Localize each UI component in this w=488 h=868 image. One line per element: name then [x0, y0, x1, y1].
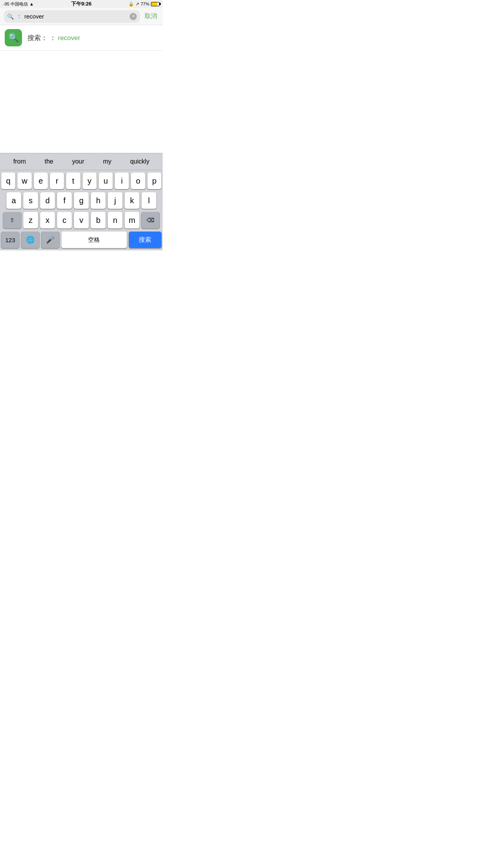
word-suggestion-my[interactable]: my — [99, 156, 115, 167]
search-icon: 🔍 — [7, 13, 14, 20]
key-h[interactable]: h — [91, 192, 106, 209]
search-bar: 🔍 ： ✕ 取消 — [0, 8, 163, 25]
keyboard-row-1: q w e r t y u i o p — [1, 173, 161, 189]
suggestion-prefix: 搜索： — [28, 34, 48, 42]
search-input-wrapper[interactable]: 🔍 ： ✕ — [4, 10, 140, 23]
space-key[interactable]: 空格 — [61, 232, 127, 248]
shift-key[interactable]: ⇧ — [3, 212, 21, 228]
word-suggestion-your[interactable]: your — [68, 156, 88, 167]
key-e[interactable]: e — [34, 173, 48, 189]
key-c[interactable]: c — [57, 212, 72, 228]
key-o[interactable]: o — [131, 173, 145, 189]
keyboard-row-2: a s d f g h j k l — [1, 192, 161, 209]
key-n[interactable]: n — [108, 212, 123, 228]
key-p[interactable]: p — [147, 173, 161, 189]
key-v[interactable]: v — [74, 212, 89, 228]
suggestion-keyword: recover — [58, 34, 80, 42]
key-k[interactable]: k — [125, 192, 139, 209]
key-b[interactable]: b — [91, 212, 106, 228]
key-g[interactable]: g — [74, 192, 89, 209]
key-r[interactable]: r — [50, 173, 64, 189]
suggestion-text: 搜索： ： recover — [28, 33, 80, 42]
clear-icon: ✕ — [132, 14, 135, 19]
backspace-key[interactable]: ⌫ — [141, 212, 160, 228]
suggestion-colon: ： — [50, 34, 56, 42]
key-y[interactable]: y — [83, 173, 97, 189]
globe-icon: 🌐 — [26, 235, 35, 244]
status-bar: -95 中国电信 ▲ 下午9:26 🔒 ↗ 77% — [0, 0, 163, 8]
keyboard-row-4: 123 🌐 🎤 空格 搜索 — [1, 232, 161, 248]
search-input[interactable] — [24, 13, 127, 20]
word-suggestions-bar: from the your my quickly — [0, 153, 163, 170]
key-l[interactable]: l — [141, 192, 156, 209]
key-j[interactable]: j — [108, 192, 123, 209]
status-right: 🔒 ↗ 77% — [128, 2, 160, 7]
key-s[interactable]: s — [23, 192, 38, 209]
key-z[interactable]: z — [23, 212, 38, 228]
lock-icon: 🔒 — [128, 2, 134, 7]
key-d[interactable]: d — [40, 192, 55, 209]
battery-text: 77% — [141, 2, 149, 6]
globe-key[interactable]: 🌐 — [21, 232, 39, 248]
suggestion-icon-box: 🔍 — [5, 29, 22, 46]
key-w[interactable]: w — [17, 173, 31, 189]
status-left: -95 中国电信 ▲ — [3, 1, 34, 7]
word-suggestion-from[interactable]: from — [9, 156, 30, 167]
key-i[interactable]: i — [115, 173, 129, 189]
keyboard-row-3: ⇧ z x c v b n m ⌫ — [1, 212, 161, 228]
key-m[interactable]: m — [125, 212, 139, 228]
key-f[interactable]: f — [57, 192, 72, 209]
search-action-key[interactable]: 搜索 — [129, 232, 161, 248]
search-colon: ： — [16, 13, 22, 20]
key-t[interactable]: t — [66, 173, 80, 189]
status-time: 下午9:26 — [71, 0, 92, 7]
key-x[interactable]: x — [40, 212, 55, 228]
word-suggestion-the[interactable]: the — [41, 156, 57, 167]
signal-text: -95 中国电信 — [3, 1, 28, 7]
backspace-icon: ⌫ — [147, 217, 154, 223]
wifi-icon: ▲ — [29, 2, 34, 6]
mic-icon: 🎤 — [46, 235, 55, 244]
key-a[interactable]: a — [6, 192, 21, 209]
mic-key[interactable]: 🎤 — [41, 232, 59, 248]
key-u[interactable]: u — [99, 173, 113, 189]
suggestion-search-icon: 🔍 — [8, 33, 19, 43]
numbers-key[interactable]: 123 — [1, 232, 19, 248]
keyboard: q w e r t y u i o p a s d f g h j k l ⇧ … — [0, 170, 163, 250]
key-q[interactable]: q — [1, 173, 15, 189]
suggestion-item[interactable]: 🔍 搜索： ： recover — [0, 25, 163, 51]
cancel-button[interactable]: 取消 — [143, 11, 159, 22]
shift-icon: ⇧ — [10, 217, 15, 223]
word-suggestion-quickly[interactable]: quickly — [126, 156, 153, 167]
location-icon: ↗ — [136, 2, 139, 7]
clear-button[interactable]: ✕ — [130, 13, 137, 20]
content-area — [0, 51, 163, 153]
battery-icon — [151, 2, 160, 6]
